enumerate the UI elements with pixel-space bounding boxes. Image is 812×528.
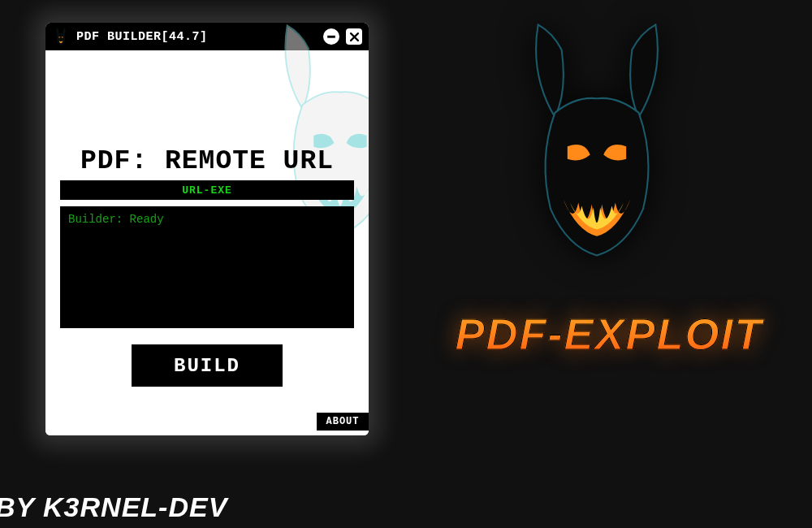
svg-rect-0: [327, 36, 335, 38]
window-title: PDF BUILDER[44.7]: [76, 30, 317, 44]
app-demon-icon: [52, 28, 70, 45]
author-credit: BY K3RNEL-DEV: [0, 491, 227, 523]
app-body: PDF: REMOTE URL URL-EXE Builder: Ready B…: [45, 50, 369, 435]
about-button[interactable]: ABOUT: [317, 413, 369, 431]
titlebar: PDF BUILDER[44.7]: [45, 23, 369, 50]
product-title: PDF-EXPLOIT: [438, 309, 780, 359]
app-window: PDF BUILDER[44.7] PDF: REMOTE URL URL-EX…: [45, 23, 369, 435]
build-button[interactable]: BUILD: [132, 344, 283, 387]
console-output: Builder: Ready: [60, 206, 354, 328]
main-heading: PDF: REMOTE URL: [45, 146, 369, 176]
url-exe-label: URL-EXE: [182, 184, 232, 197]
minimize-button[interactable]: [323, 28, 339, 45]
minimize-icon: [326, 32, 336, 41]
builder-status: Builder: Ready: [68, 213, 346, 226]
product-demon-icon: [491, 16, 702, 268]
close-button[interactable]: [346, 28, 362, 45]
url-exe-input[interactable]: URL-EXE: [60, 180, 354, 200]
close-icon: [350, 32, 359, 41]
